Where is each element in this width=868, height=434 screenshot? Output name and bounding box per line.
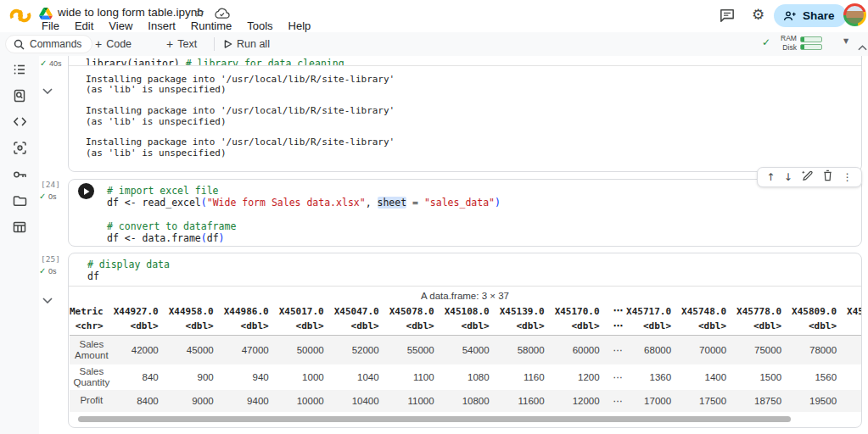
- table-cell: 1000: [279, 364, 334, 390]
- connected-check-icon: ✓: [762, 36, 770, 48]
- run-all-button[interactable]: Run all: [224, 35, 270, 53]
- column-header: <dbl>: [445, 319, 500, 336]
- table-cell: ⋯: [610, 336, 627, 364]
- table-cell: 50000: [279, 336, 334, 364]
- add-text-button[interactable]: + Text: [166, 35, 197, 53]
- cell-toolbar: ↑ ↓ ⋮: [757, 167, 862, 187]
- table-row: Sales Quantity84090094010001040110010801…: [70, 364, 861, 390]
- share-button[interactable]: Share: [774, 4, 847, 27]
- column-header: <dbl>: [334, 319, 389, 336]
- move-cell-down-icon[interactable]: ↓: [784, 172, 792, 182]
- table-cell: 55000: [389, 336, 445, 364]
- table-cell: 19500: [792, 390, 847, 412]
- more-actions-icon[interactable]: ⋮: [843, 172, 853, 182]
- column-header: <dbl>: [847, 319, 861, 336]
- code-editor[interactable]: library(janitor) # library for data clea…: [69, 56, 861, 66]
- run-cell-button[interactable]: [78, 183, 94, 199]
- play-icon: [83, 187, 90, 196]
- table-cell: 8400: [114, 390, 169, 412]
- table-cell: 68000: [626, 336, 681, 364]
- move-cell-up-icon[interactable]: ↑: [766, 172, 775, 182]
- add-code-button[interactable]: + Code: [95, 35, 132, 53]
- column-header: X45809.0: [792, 303, 847, 319]
- column-header: <dbl>: [224, 319, 279, 336]
- table-cell: 9400: [224, 390, 279, 412]
- table-cell: 70000: [681, 336, 736, 364]
- resources-caret-icon[interactable]: ▼: [843, 37, 848, 45]
- menu-runtime[interactable]: Runtime: [183, 19, 239, 32]
- comment-icon[interactable]: [720, 8, 735, 26]
- ram-label: RAM: [781, 34, 797, 42]
- cell-output-text: Installing package into '/usr/local/lib/…: [86, 75, 861, 159]
- run-icon: [224, 39, 232, 49]
- table-header-row: MetricX44927.0X44958.0X44986.0X45017.0X4…: [70, 303, 861, 319]
- collapse-header-icon[interactable]: [858, 39, 867, 54]
- column-header: X44986.0: [224, 303, 279, 319]
- plus-icon: +: [166, 37, 173, 51]
- edit-with-ai-icon[interactable]: [801, 170, 814, 185]
- menu-tools[interactable]: Tools: [239, 19, 280, 32]
- column-header: X45017.0: [279, 303, 334, 319]
- code-snippets-icon[interactable]: [0, 108, 39, 135]
- code-line: library(janitor) # library for data clea…: [86, 58, 344, 66]
- row-label: Sales Quantity: [70, 364, 114, 390]
- dataframe-table: MetricX44927.0X44958.0X44986.0X45017.0X4…: [70, 303, 861, 412]
- table-row: Sales Amount4200045000470005000052000550…: [70, 336, 861, 364]
- table-cell: 840: [114, 364, 169, 390]
- execution-count: [25]: [41, 254, 60, 264]
- menu-help[interactable]: Help: [281, 19, 319, 32]
- column-header: <dbl>: [736, 319, 792, 336]
- table-cell: 11600: [500, 390, 555, 412]
- code-editor[interactable]: # display datadf: [69, 253, 861, 287]
- table-cell: 9000: [169, 390, 224, 412]
- cell-output: A data.frame: 3 × 37 MetricX44927.0X4495…: [69, 287, 861, 427]
- notebook-title[interactable]: wide to long form table.ipynb: [58, 6, 204, 19]
- menu-insert[interactable]: Insert: [140, 19, 183, 32]
- dataframe-caption: A data.frame: 3 × 37: [69, 291, 861, 301]
- table-type-row: <chr><dbl><dbl><dbl><dbl><dbl><dbl><dbl>…: [70, 319, 861, 336]
- execution-count: [24]: [41, 180, 60, 189]
- code-cell-import[interactable]: # import excel filedf <- read_excel("Wid…: [68, 179, 862, 247]
- variables-icon[interactable]: [0, 135, 39, 161]
- disk-label: Disk: [782, 43, 797, 52]
- table-cell: 60000: [555, 336, 610, 364]
- resource-monitor[interactable]: RAM Disk: [781, 34, 822, 52]
- code-cell-display[interactable]: # display datadf A data.frame: 3 × 37 Me…: [68, 253, 862, 428]
- code-line: # display data: [87, 259, 170, 270]
- command-palette-button[interactable]: Commands: [5, 35, 92, 53]
- horizontal-scrollbar[interactable]: [78, 416, 791, 422]
- table-of-contents-icon[interactable]: [0, 56, 39, 82]
- menu-edit[interactable]: Edit: [67, 19, 101, 32]
- collapse-output-icon[interactable]: [42, 292, 53, 307]
- column-header: <dbl>: [555, 319, 610, 336]
- secrets-icon[interactable]: [0, 161, 39, 187]
- star-icon[interactable]: ☆: [193, 5, 204, 20]
- table-cell: 10800: [445, 390, 500, 412]
- column-header: <dbl>: [626, 319, 681, 336]
- menu-view[interactable]: View: [101, 19, 140, 32]
- column-header: X45139.0: [500, 303, 555, 319]
- colab-logo-icon[interactable]: [7, 4, 34, 31]
- collapse-output-icon[interactable]: [42, 82, 53, 97]
- disk-usage-bar: [800, 44, 822, 50]
- plus-icon: +: [95, 37, 102, 51]
- table-cell: 11000: [389, 390, 445, 412]
- avatar[interactable]: [843, 3, 866, 26]
- settings-gear-icon[interactable]: ⚙: [752, 6, 764, 23]
- column-header: X45748.0: [681, 303, 736, 319]
- code-line: # convert to dataframe: [107, 220, 501, 232]
- column-header: <dbl>: [279, 319, 334, 336]
- find-and-replace-icon[interactable]: [0, 82, 39, 108]
- data-table-icon[interactable]: [0, 214, 39, 240]
- code-editor[interactable]: # import excel filedf <- read_excel("Wid…: [107, 185, 501, 244]
- column-header: X45047.0: [334, 303, 389, 319]
- cell-run-status: ✓ 0s: [39, 192, 56, 201]
- code-cell-library[interactable]: library(janitor) # library for data clea…: [68, 56, 862, 172]
- delete-cell-icon[interactable]: [822, 170, 833, 185]
- column-header: X45778.0: [736, 303, 792, 319]
- code-line: df <- data.frame(df): [107, 232, 501, 244]
- menu-file[interactable]: File: [34, 19, 67, 32]
- table-cell: 1040: [334, 364, 389, 390]
- app-header: wide to long form table.ipynb ☆ FileEdit…: [0, 0, 868, 32]
- files-icon[interactable]: [0, 187, 39, 214]
